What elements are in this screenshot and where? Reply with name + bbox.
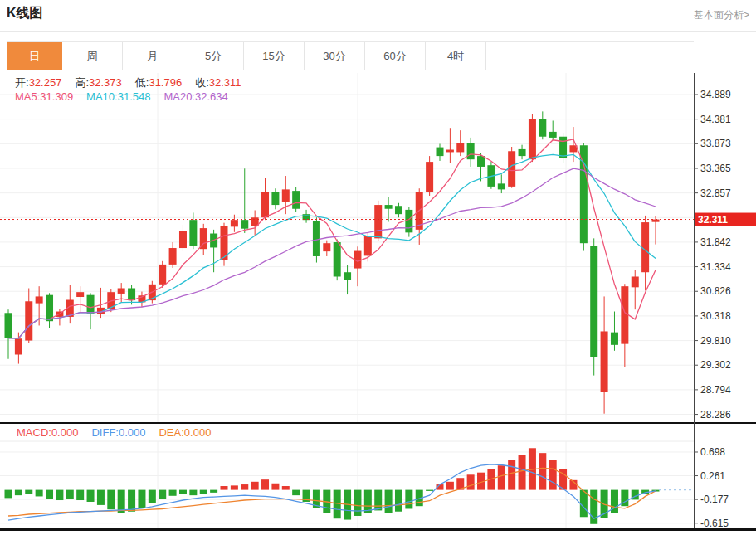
period-tab-bar: 日周月5分15分30分60分4时 xyxy=(7,41,486,70)
tab-月[interactable]: 月 xyxy=(123,42,183,70)
price-axis-label: 28.286 xyxy=(700,409,731,421)
close-legend: 收:32.311 xyxy=(195,76,241,89)
ma5-legend: MA5:31.309 xyxy=(15,90,73,103)
dea-legend: DEA:0.000 xyxy=(159,426,211,439)
ma-legend-row: MA5:31.309MA10:31.548MA20:32.634 xyxy=(15,90,241,103)
panel-separator xyxy=(0,422,756,424)
price-axis-label: 33.365 xyxy=(700,163,731,174)
diff-legend: DIFF:0.000 xyxy=(91,426,145,439)
open-legend: 开:32.257 xyxy=(15,76,61,89)
tab-15分[interactable]: 15分 xyxy=(244,42,305,70)
macd-legend-row: MACD:0.000DIFF:0.000DEA:0.000 xyxy=(17,426,224,439)
price-axis-label: 29.810 xyxy=(700,335,731,347)
macd-axis-label: 0.261 xyxy=(700,470,725,482)
macd-axis-label: 0.698 xyxy=(700,446,725,458)
tab-5分[interactable]: 5分 xyxy=(183,42,244,70)
price-axis-label: 33.873 xyxy=(700,138,731,149)
price-axis-label: 30.318 xyxy=(700,310,731,322)
ohlc-legend-row: 开:32.257高:32.373低:31.796收:32.311 xyxy=(15,75,255,90)
macd-legend: MACD:0.000 xyxy=(17,426,78,439)
macd-axis-label: -0.177 xyxy=(700,494,729,505)
header-divider xyxy=(0,31,756,32)
price-axis-label: 29.302 xyxy=(700,359,731,371)
main-chart-canvas[interactable] xyxy=(0,73,694,422)
page-title: K线图 xyxy=(7,5,43,22)
price-axis-label: 34.889 xyxy=(700,89,731,100)
price-axis-label: 28.794 xyxy=(700,384,731,396)
tab-30分[interactable]: 30分 xyxy=(305,42,365,70)
tab-日[interactable]: 日 xyxy=(7,42,62,70)
tab-4时[interactable]: 4时 xyxy=(426,42,486,70)
bottom-border xyxy=(0,528,756,531)
price-axis-label: 30.826 xyxy=(700,285,731,297)
ma10-legend: MA10:31.548 xyxy=(86,90,150,103)
price-axis-label: 31.334 xyxy=(700,261,731,273)
macd-axis-label: -0.615 xyxy=(700,518,729,529)
low-legend: 低:31.796 xyxy=(135,76,182,89)
tab-周[interactable]: 周 xyxy=(62,42,123,70)
macd-chart-canvas[interactable] xyxy=(0,424,694,528)
ma20-legend: MA20:32.634 xyxy=(163,90,227,103)
price-axis-label: 31.842 xyxy=(700,236,731,248)
tab-60分[interactable]: 60分 xyxy=(365,42,426,70)
current-price-tag-label: 32.311 xyxy=(698,214,728,226)
kline-widget: { "header": { "title": "K线图", "link": "基… xyxy=(0,0,756,535)
price-axis-label: 32.857 xyxy=(700,187,731,199)
price-axis-label: 34.381 xyxy=(700,114,731,125)
high-legend: 高:32.373 xyxy=(75,76,121,89)
fundamental-analysis-link[interactable]: 基本面分析> xyxy=(694,8,749,22)
